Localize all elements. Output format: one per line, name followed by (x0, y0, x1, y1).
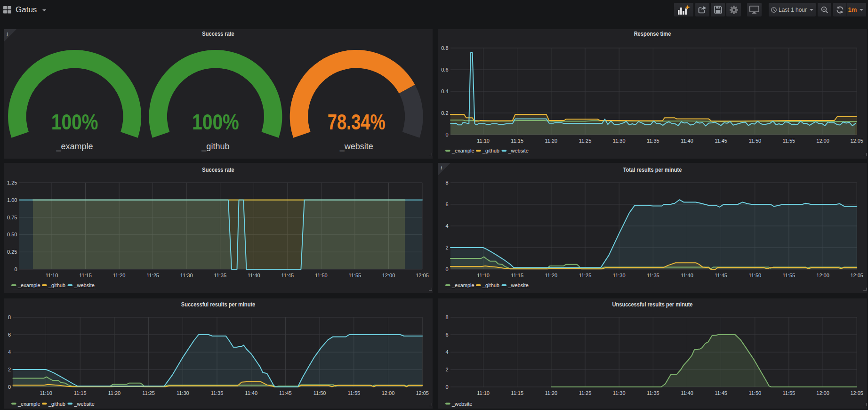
svg-text:11:45: 11:45 (281, 273, 294, 278)
svg-text:2: 2 (445, 367, 448, 372)
svg-text:_website: _website (73, 282, 94, 288)
svg-text:6: 6 (445, 332, 448, 338)
svg-text:11:15: 11:15 (511, 273, 523, 278)
svg-text:11:30: 11:30 (613, 390, 626, 396)
svg-text:12:05: 12:05 (416, 273, 429, 278)
svg-text:100%: 100% (51, 109, 98, 134)
svg-text:11:40: 11:40 (681, 138, 693, 144)
svg-text:100%: 100% (192, 109, 239, 134)
svg-text:_github: _github (482, 282, 499, 288)
svg-text:11:35: 11:35 (647, 390, 659, 396)
svg-text:_github: _github (48, 282, 65, 288)
svg-text:11:30: 11:30 (177, 390, 189, 396)
svg-text:12:05: 12:05 (850, 138, 863, 144)
svg-text:11:10: 11:10 (46, 273, 58, 278)
svg-text:11:15: 11:15 (74, 390, 87, 396)
svg-text:11:10: 11:10 (477, 138, 490, 144)
svg-text:11:50: 11:50 (748, 138, 761, 144)
svg-text:11:55: 11:55 (783, 273, 796, 278)
svg-text:0: 0 (445, 132, 448, 137)
svg-text:i: i (7, 31, 8, 37)
svg-text:_website: _website (507, 148, 528, 153)
svg-text:_website: _website (73, 401, 94, 407)
svg-text:8: 8 (445, 180, 448, 185)
svg-text:11:20: 11:20 (108, 390, 121, 396)
svg-text:4: 4 (8, 349, 11, 355)
svg-text:11:55: 11:55 (783, 390, 796, 396)
svg-text:1.25: 1.25 (7, 180, 17, 185)
svg-text:12:05: 12:05 (850, 273, 863, 278)
svg-text:_website: _website (339, 142, 373, 152)
svg-text:11:45: 11:45 (715, 138, 727, 144)
svg-text:11:40: 11:40 (681, 273, 693, 278)
svg-text:78.34%: 78.34% (328, 109, 386, 134)
svg-text:11:50: 11:50 (748, 273, 761, 278)
svg-text:0.25: 0.25 (7, 249, 17, 255)
svg-text:0.75: 0.75 (7, 215, 17, 220)
svg-text:11:35: 11:35 (211, 390, 224, 396)
svg-text:11:35: 11:35 (214, 273, 226, 278)
svg-text:12:00: 12:00 (816, 273, 829, 278)
svg-text:_website: _website (451, 401, 472, 407)
svg-text:11:20: 11:20 (545, 390, 558, 396)
svg-text:12:05: 12:05 (416, 390, 429, 396)
svg-text:8: 8 (8, 314, 11, 320)
svg-text:11:50: 11:50 (748, 390, 761, 396)
svg-text:11:30: 11:30 (613, 273, 626, 278)
svg-text:11:55: 11:55 (347, 390, 360, 396)
svg-text:11:40: 11:40 (248, 273, 260, 278)
svg-text:11:40: 11:40 (681, 390, 693, 396)
svg-text:11:35: 11:35 (647, 273, 659, 278)
svg-text:0.4: 0.4 (441, 88, 448, 94)
svg-text:0.6: 0.6 (441, 67, 448, 72)
svg-text:11:10: 11:10 (477, 390, 490, 396)
svg-text:11:25: 11:25 (579, 390, 592, 396)
svg-text:4: 4 (445, 349, 448, 355)
svg-text:12:00: 12:00 (382, 390, 395, 396)
svg-text:0: 0 (8, 384, 11, 390)
svg-text:11:15: 11:15 (511, 138, 523, 144)
svg-text:_github: _github (482, 148, 499, 153)
svg-text:_github: _github (48, 401, 65, 407)
svg-text:0.50: 0.50 (7, 232, 17, 237)
svg-text:_example: _example (17, 401, 40, 407)
svg-text:11:15: 11:15 (79, 273, 92, 278)
svg-text:11:55: 11:55 (349, 273, 362, 278)
svg-text:1.00: 1.00 (7, 197, 17, 203)
svg-text:11:30: 11:30 (613, 138, 626, 144)
svg-text:12:00: 12:00 (382, 273, 395, 278)
svg-text:11:15: 11:15 (511, 390, 523, 396)
svg-text:0.8: 0.8 (441, 45, 448, 51)
svg-text:i: i (441, 165, 442, 170)
svg-text:11:20: 11:20 (545, 138, 558, 144)
svg-text:_example: _example (56, 142, 93, 152)
svg-text:11:25: 11:25 (146, 273, 159, 278)
svg-text:11:25: 11:25 (579, 138, 592, 144)
svg-text:11:25: 11:25 (579, 273, 592, 278)
svg-text:11:45: 11:45 (715, 390, 727, 396)
svg-text:_github: _github (201, 142, 229, 152)
svg-text:2: 2 (8, 367, 11, 372)
svg-text:12:00: 12:00 (816, 390, 829, 396)
svg-text:11:10: 11:10 (477, 273, 490, 278)
svg-text:11:10: 11:10 (40, 390, 52, 396)
svg-text:_example: _example (17, 282, 40, 288)
svg-text:11:50: 11:50 (315, 273, 328, 278)
svg-text:_example: _example (451, 282, 474, 288)
svg-text:_example: _example (451, 148, 474, 153)
svg-text:_website: _website (507, 282, 528, 288)
svg-text:11:55: 11:55 (783, 138, 796, 144)
svg-text:2: 2 (445, 245, 448, 250)
svg-text:11:45: 11:45 (715, 273, 727, 278)
svg-text:12:05: 12:05 (850, 390, 863, 396)
svg-text:8: 8 (445, 314, 448, 320)
svg-text:11:40: 11:40 (245, 390, 257, 396)
svg-text:11:25: 11:25 (142, 390, 155, 396)
svg-text:11:50: 11:50 (313, 390, 326, 396)
svg-text:0: 0 (14, 266, 17, 272)
svg-text:0: 0 (445, 384, 448, 390)
svg-text:0: 0 (445, 266, 448, 272)
svg-text:12:00: 12:00 (816, 138, 829, 144)
svg-text:11:35: 11:35 (647, 138, 659, 144)
svg-text:6: 6 (8, 332, 11, 338)
